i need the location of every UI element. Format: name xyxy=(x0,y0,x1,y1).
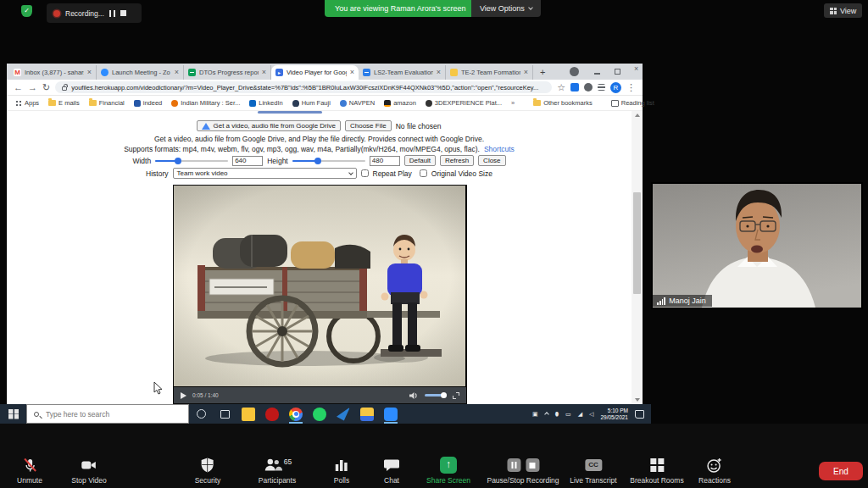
bookmark-linkedin[interactable]: LinkedIn xyxy=(249,99,282,107)
zoom-app-icon[interactable] xyxy=(384,408,398,421)
video-player[interactable]: 0:05 / 1:40 xyxy=(173,185,467,404)
width-slider-thumb[interactable] xyxy=(175,158,181,164)
back-icon[interactable]: ← xyxy=(14,83,23,92)
tray-wifi-icon[interactable]: ◢ xyxy=(578,411,582,418)
height-input[interactable] xyxy=(370,156,400,166)
taskbar-clock[interactable]: 5:10 PM 29/05/2021 xyxy=(600,408,628,420)
tab-video-player-active[interactable]: ▸ Video Player for Goog × xyxy=(271,65,359,80)
pause-recording-icon[interactable] xyxy=(507,458,520,472)
window-restore-icon[interactable] xyxy=(615,69,620,75)
bookmarks-overflow-icon[interactable]: » xyxy=(511,99,515,107)
polls-button[interactable]: Polls xyxy=(334,456,349,485)
extension-icon-blue[interactable] xyxy=(570,83,579,92)
tray-volume-icon[interactable]: ◁ xyxy=(589,411,593,418)
chrome-icon[interactable] xyxy=(289,408,303,421)
tab-inbox[interactable]: M Inbox (3,877) - sahars × xyxy=(9,65,97,80)
bookmark-star-icon[interactable]: ☆ xyxy=(557,83,565,92)
height-slider-thumb[interactable] xyxy=(314,158,321,164)
tab-zoom-meeting[interactable]: Launch Meeting - Zo × xyxy=(97,65,184,80)
volume-slider[interactable] xyxy=(425,394,447,396)
address-bar[interactable]: youfiles.herokuapp.com/videodictionary/?… xyxy=(55,81,552,93)
participants-button[interactable]: 65 Participants xyxy=(259,456,296,485)
tab-close-icon[interactable]: × xyxy=(175,69,179,76)
new-tab-button[interactable]: + xyxy=(540,67,545,77)
bookmark-hum-fauji[interactable]: Hum Fauji xyxy=(292,99,331,107)
profile-avatar[interactable]: R xyxy=(610,82,621,93)
window-close-icon[interactable]: × xyxy=(634,64,638,73)
scroll-up-icon[interactable] xyxy=(635,114,640,117)
play-icon[interactable] xyxy=(181,392,186,399)
bookmark-indeed[interactable]: indeed xyxy=(134,99,163,107)
bookmark-indian-military[interactable]: Indian Military : Ser... xyxy=(171,99,240,107)
stop-video-button[interactable]: Stop Video xyxy=(71,456,106,485)
participant-video-tile[interactable]: Manoj Jain xyxy=(651,182,863,309)
reading-list-extension-icon[interactable] xyxy=(598,84,605,91)
default-button[interactable]: Default xyxy=(404,155,436,166)
reactions-button[interactable]: Reactions xyxy=(698,456,731,485)
scrollbar-thumb[interactable] xyxy=(633,192,641,294)
meeting-security-shield-icon[interactable]: ✓ xyxy=(21,5,32,17)
bookmark-navpen[interactable]: NAVPEN xyxy=(340,99,375,107)
bookmark-amazon[interactable]: amazon xyxy=(384,99,416,107)
tab-close-icon[interactable]: × xyxy=(524,69,528,76)
tab-ls2-evaluation[interactable]: LS2-Team Evaluation × xyxy=(359,65,446,80)
volume-icon[interactable] xyxy=(409,391,419,400)
start-button-icon[interactable] xyxy=(8,409,19,419)
pause-recording-icon[interactable] xyxy=(109,10,115,17)
height-slider[interactable] xyxy=(292,157,365,165)
scroll-down-icon[interactable] xyxy=(635,398,640,402)
view-options-button[interactable]: View Options xyxy=(471,0,541,17)
tray-mic-icon[interactable]: ⬮ xyxy=(555,411,559,418)
unmute-button[interactable]: Unmute xyxy=(17,456,42,485)
mcafee-icon[interactable] xyxy=(265,408,279,421)
live-transcript-button[interactable]: CC Live Transcript xyxy=(570,456,616,485)
tray-app-icon[interactable]: ▣ xyxy=(532,411,538,418)
window-minimize-icon[interactable] xyxy=(594,73,600,75)
tab-close-icon[interactable]: × xyxy=(437,69,441,76)
task-view-icon[interactable] xyxy=(220,410,230,419)
repeat-play-checkbox[interactable] xyxy=(361,169,369,177)
browser-menu-icon[interactable]: ⋮ xyxy=(626,83,636,92)
share-screen-button[interactable]: ↑ Share Screen xyxy=(426,456,470,485)
bookmark-emails[interactable]: E mails xyxy=(48,99,80,107)
taskbar-search[interactable] xyxy=(26,404,189,424)
bookmark-financial[interactable]: Financial xyxy=(89,99,125,107)
pause-stop-recording-button[interactable]: Pause/Stop Recording xyxy=(487,456,559,485)
forward-icon[interactable]: → xyxy=(28,83,37,92)
chat-button[interactable]: Chat xyxy=(383,456,400,485)
history-select[interactable]: Team work video xyxy=(173,168,357,179)
stop-recording-icon[interactable] xyxy=(526,458,539,472)
end-meeting-button[interactable]: End xyxy=(819,462,863,480)
view-button[interactable]: View xyxy=(824,3,862,18)
reload-icon[interactable]: ↻ xyxy=(42,83,50,92)
tab-close-icon[interactable]: × xyxy=(262,69,266,76)
width-input[interactable] xyxy=(232,156,263,166)
file-explorer-icon[interactable] xyxy=(242,408,255,421)
tab-dto-progress[interactable]: DTOs Progress report × xyxy=(184,65,271,80)
page-scrollbar[interactable] xyxy=(632,111,643,404)
app-icon-yellow[interactable] xyxy=(360,408,374,421)
tab-close-icon[interactable]: × xyxy=(87,69,92,76)
reading-list[interactable]: Reading list xyxy=(611,99,654,107)
search-input[interactable] xyxy=(44,409,171,419)
security-button[interactable]: Security xyxy=(195,456,221,485)
get-from-drive-button[interactable]: Get a video, audio file from Google Driv… xyxy=(197,120,341,131)
hidden-icons-caret[interactable] xyxy=(544,412,549,417)
bookmark-apps[interactable]: Apps xyxy=(15,99,39,107)
width-slider[interactable] xyxy=(155,157,228,165)
cortana-icon[interactable] xyxy=(197,409,206,419)
whatsapp-icon[interactable] xyxy=(313,408,326,421)
stop-recording-icon[interactable] xyxy=(120,10,126,16)
breakout-rooms-button[interactable]: Breakout Rooms xyxy=(630,456,683,485)
tab-close-icon[interactable]: × xyxy=(350,69,354,76)
other-bookmarks[interactable]: Other bookmarks xyxy=(533,99,593,107)
app-icon-blue[interactable] xyxy=(337,408,350,421)
extension-icon-grey[interactable] xyxy=(584,83,593,92)
choose-file-button[interactable]: Choose File xyxy=(345,120,392,131)
bookmark-3dexperience[interactable]: 3DEXPERIENCE Plat... xyxy=(426,99,502,107)
action-center-icon[interactable] xyxy=(635,410,644,419)
shortcuts-link[interactable]: Shortcuts xyxy=(484,145,515,153)
close-button[interactable]: Close xyxy=(478,155,505,166)
tab-te2-formation[interactable]: TE-2 Team Formation × xyxy=(446,65,533,80)
original-size-checkbox[interactable] xyxy=(420,169,427,177)
